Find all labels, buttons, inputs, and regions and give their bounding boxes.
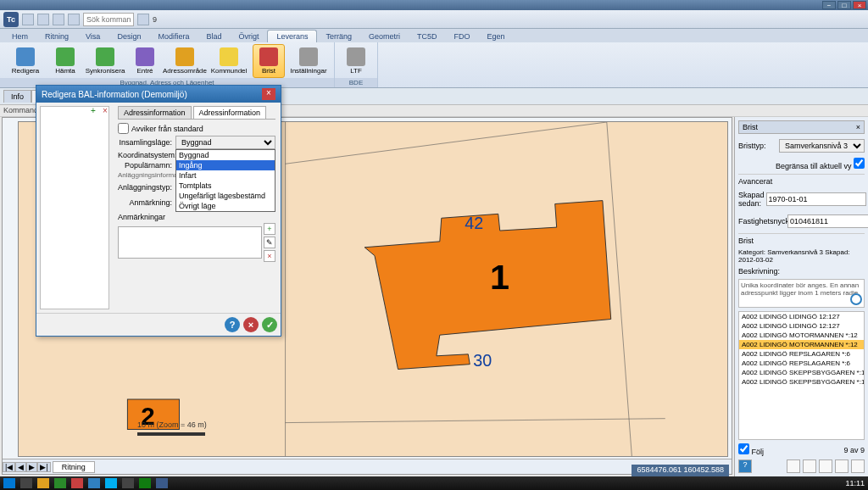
- list-item[interactable]: A002 LIDINGÖ REPSLAGAREN *:6: [739, 359, 864, 368]
- form-tab-1[interactable]: Adressinformation: [118, 106, 192, 119]
- taskbar-icon[interactable]: [156, 478, 168, 488]
- ribbon-tab-visa[interactable]: Visa: [77, 31, 108, 42]
- ribbon-body: Redigera Hämta Synkronisera Entré Adress…: [0, 42, 868, 88]
- anmarkningar-textarea[interactable]: [118, 226, 262, 259]
- ribbon-btn-entre[interactable]: Entré: [129, 44, 161, 78]
- dialog-close-button[interactable]: ×: [262, 88, 275, 100]
- action-btn-1[interactable]: [787, 459, 800, 473]
- taskbar-icon[interactable]: [122, 478, 134, 488]
- dialog-cancel-button[interactable]: ×: [243, 317, 259, 332]
- ribbon-tab-design[interactable]: Design: [108, 31, 149, 42]
- dialog-title-bar[interactable]: Redigera BAL-information (Demomiljö) ×: [36, 86, 281, 103]
- fastighetsnyckel-input[interactable]: [787, 214, 868, 228]
- pager-prev[interactable]: ◀: [15, 462, 26, 472]
- ribbon-btn-installningar[interactable]: Inställningar: [288, 44, 329, 78]
- canvas-footer: |◀ ◀ ▶ ▶| Ritning: [3, 459, 732, 474]
- bristtyp-select[interactable]: Samverkansnivå 3: [779, 139, 865, 153]
- action-btn-3[interactable]: [819, 459, 832, 473]
- tree-remove-icon[interactable]: ×: [100, 105, 110, 115]
- doc-icon: [347, 47, 365, 66]
- qa-print-icon[interactable]: [68, 14, 80, 25]
- ribbon-btn-hamta[interactable]: Hämta: [49, 44, 81, 78]
- ribbon-tab-leverans[interactable]: Leverans: [267, 30, 317, 42]
- list-item[interactable]: A002 LIDINGÖ MOTORMANNEN *:12: [739, 331, 864, 340]
- action-btn-4[interactable]: [835, 459, 849, 473]
- minimize-button[interactable]: −: [822, 1, 836, 9]
- ribbon-btn-kommundel[interactable]: Kommundel: [209, 44, 249, 78]
- page-indicator: 9 av 9: [843, 446, 865, 454]
- taskbar-icon[interactable]: [37, 478, 49, 488]
- taskbar-icon[interactable]: [54, 478, 66, 488]
- dd-option[interactable]: Ungefärligt lägesbestämd: [176, 191, 275, 201]
- app-logo[interactable]: Tc: [3, 12, 19, 27]
- delete-note-icon[interactable]: ×: [264, 250, 275, 262]
- pager-next[interactable]: ▶: [26, 462, 37, 472]
- list-item[interactable]: A002 LIDINGÖ MOTORMANNEN *:12: [739, 340, 864, 349]
- add-note-icon[interactable]: +: [264, 223, 275, 235]
- ribbon-btn-synkronisera[interactable]: Synkronisera: [85, 44, 125, 78]
- ribbon-tab-hem[interactable]: Hem: [3, 31, 36, 42]
- dialog-help-button[interactable]: ?: [225, 317, 240, 332]
- ribbon-btn-adressomrade[interactable]: Adressområde: [164, 44, 205, 78]
- info-ring-icon[interactable]: [850, 293, 862, 305]
- ribbon-tab-ovrigt[interactable]: Övrigt: [230, 31, 267, 42]
- dialog-tree[interactable]: + ×: [40, 106, 109, 309]
- qa-save-icon[interactable]: [22, 14, 34, 25]
- list-item[interactable]: A002 LIDINGÖ LIDINGÖ 12:127: [739, 321, 864, 331]
- folj-checkbox[interactable]: [738, 443, 749, 454]
- dd-option[interactable]: Övrigt läge: [176, 201, 275, 211]
- start-button[interactable]: [3, 478, 15, 488]
- list-item[interactable]: A002 LIDINGÖ SKEPPSBYGGAREN *:1: [739, 368, 864, 377]
- taskbar-icon[interactable]: [88, 478, 100, 488]
- taskbar-icon[interactable]: [105, 478, 117, 488]
- ribbon-tab-egen[interactable]: Egen: [479, 31, 514, 42]
- insamlingslage-dropdown-list[interactable]: Byggnad Ingång Infart Tomtplats Ungefärl…: [175, 149, 275, 212]
- ribbon-tab-fdo[interactable]: FDO: [446, 31, 479, 42]
- help-button[interactable]: ?: [738, 459, 752, 473]
- dd-option[interactable]: Byggnad: [176, 150, 275, 160]
- form-tab-2[interactable]: Adressinformation: [193, 106, 267, 119]
- ribbon-tab-terrang[interactable]: Terräng: [317, 31, 360, 42]
- taskbar[interactable]: 11:11: [0, 476, 868, 490]
- list-item[interactable]: A002 LIDINGÖ REPSLAGAREN *:6: [739, 349, 864, 359]
- qa-search-go-icon[interactable]: [137, 14, 149, 25]
- ribbon-btn-redigera[interactable]: Redigera: [5, 44, 46, 78]
- dd-option[interactable]: Tomtplats: [176, 181, 275, 191]
- qa-redo-icon[interactable]: [53, 14, 64, 25]
- ribbon-btn-ltf[interactable]: LTF: [340, 44, 372, 78]
- list-item[interactable]: A002 LIDINGÖ LIDINGÖ 12:127: [739, 312, 864, 321]
- limit-checkbox[interactable]: [854, 158, 865, 169]
- action-btn-5[interactable]: [851, 459, 865, 473]
- skapad-date-input[interactable]: [766, 192, 866, 206]
- command-search-input[interactable]: [83, 13, 134, 26]
- building-label-1: 1: [490, 258, 509, 297]
- ribbon-btn-brist[interactable]: Brist: [253, 44, 285, 78]
- pager-first[interactable]: |◀: [3, 462, 15, 472]
- insamlingslage-select[interactable]: Byggnad: [175, 136, 275, 149]
- dd-option[interactable]: Infart: [176, 170, 275, 181]
- brist-list[interactable]: A002 LIDINGÖ LIDINGÖ 12:127 A002 LIDINGÖ…: [738, 311, 865, 440]
- taskbar-icon[interactable]: [139, 478, 151, 488]
- pager-last[interactable]: ▶|: [37, 462, 50, 472]
- panel-close-icon[interactable]: ×: [856, 123, 860, 131]
- ribbon-tab-tc5d[interactable]: TC5D: [409, 31, 446, 42]
- close-button[interactable]: ×: [853, 1, 866, 9]
- taskbar-icon[interactable]: [71, 478, 83, 488]
- ribbon-tab-blad[interactable]: Blad: [198, 31, 230, 42]
- qa-undo-icon[interactable]: [37, 14, 49, 25]
- taskbar-icon[interactable]: [20, 478, 32, 488]
- ribbon-tab-modifiera[interactable]: Modifiera: [149, 31, 198, 42]
- tree-add-icon[interactable]: +: [88, 105, 98, 115]
- action-btn-2[interactable]: [803, 459, 816, 473]
- doc-tab-info[interactable]: Info: [3, 90, 31, 103]
- ribbon-tab-geometri[interactable]: Geometri: [360, 31, 409, 42]
- maximize-button[interactable]: □: [837, 1, 851, 9]
- clock[interactable]: 11:11: [845, 479, 865, 487]
- list-item[interactable]: A002 LIDINGÖ SKEPPSBYGGAREN *:1: [739, 377, 864, 387]
- ribbon-tab-ritning[interactable]: Ritning: [36, 31, 77, 42]
- canvas-tab-ritning[interactable]: Ritning: [53, 461, 95, 473]
- edit-note-icon[interactable]: ✎: [264, 237, 275, 248]
- dd-option[interactable]: Ingång: [176, 160, 275, 170]
- avviker-checkbox[interactable]: [118, 123, 129, 134]
- dialog-ok-button[interactable]: ✓: [262, 317, 277, 332]
